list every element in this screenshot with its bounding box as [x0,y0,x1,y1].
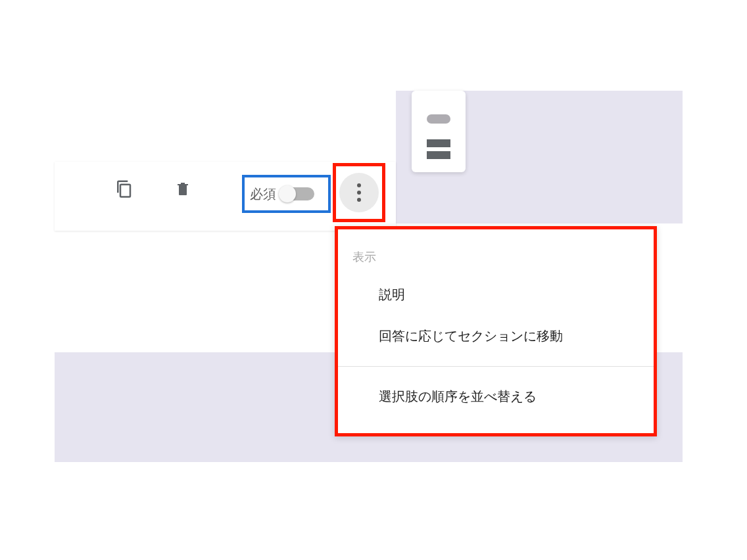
required-toggle-highlight: 必須 [242,175,331,213]
trash-icon [175,179,191,198]
required-toggle[interactable] [280,187,314,200]
menu-item-goto-section[interactable]: 回答に応じてセクションに移動 [338,315,654,357]
svg-rect-0 [120,185,130,197]
menu-item-description[interactable]: 説明 [338,274,654,315]
toggle-knob [279,185,296,202]
more-button-highlight [333,163,385,222]
required-label: 必須 [250,185,276,203]
menu-section-header: 表示 [338,229,654,274]
more-button[interactable] [339,173,379,212]
rounded-button-icon[interactable] [427,114,450,124]
floating-side-toolbar [412,91,466,172]
copy-icon [114,179,133,198]
delete-button[interactable] [173,179,193,198]
add-section-button[interactable] [427,139,450,159]
menu-item-shuffle-options[interactable]: 選択肢の順序を並べ替える [338,376,654,417]
copy-button[interactable] [114,179,133,198]
two-rows-icon [427,139,450,147]
menu-divider [338,366,654,367]
more-vertical-icon [357,183,361,187]
more-options-menu: 表示 説明 回答に応じてセクションに移動 選択肢の順序を並べ替える [335,226,657,436]
